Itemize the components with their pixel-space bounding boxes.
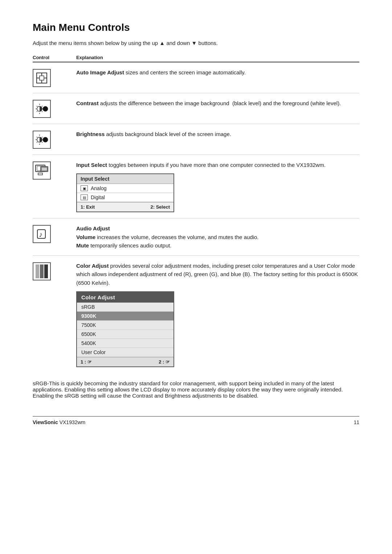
analog-label: Analog bbox=[91, 185, 107, 191]
svg-line-21 bbox=[37, 137, 37, 138]
contrast-icon bbox=[33, 100, 51, 118]
table-row: Input Select toggles between inputs if y… bbox=[33, 155, 359, 218]
input-select-menu-title: Input Select bbox=[77, 174, 173, 184]
table-header: Control Explanation bbox=[33, 55, 359, 62]
svg-line-23 bbox=[37, 142, 37, 143]
analog-icon: ▣ bbox=[81, 185, 88, 191]
color-9300k-row: 9300K bbox=[77, 312, 173, 321]
table-row: Brightness adjusts background black leve… bbox=[33, 124, 359, 155]
color-adjust-right-label: 2 : ☞ bbox=[159, 359, 170, 365]
icon-cell-auto-image bbox=[33, 68, 76, 87]
footer-brand: ViewSonic VX1932wm bbox=[33, 419, 85, 425]
icon-cell-input-select bbox=[33, 161, 76, 180]
auto-image-adjust-icon bbox=[33, 69, 51, 87]
icon-cell-color-adjust bbox=[33, 262, 76, 280]
input-select-digital-row: ▤ Digital bbox=[77, 193, 173, 202]
svg-line-13 bbox=[37, 111, 37, 112]
color-adjust-menu-title: Color Adjust bbox=[77, 292, 173, 303]
color-adjust-menu-footer: 1 : ☞ 2 : ☞ bbox=[77, 357, 173, 366]
digital-label: Digital bbox=[91, 194, 105, 200]
svg-line-24 bbox=[42, 137, 42, 138]
input-select-select-label: 2: Select bbox=[151, 204, 170, 210]
desc-color-adjust: Color Adjust provides several color adju… bbox=[76, 262, 359, 367]
svg-text:♪: ♪ bbox=[39, 230, 42, 238]
svg-rect-28 bbox=[38, 173, 42, 175]
audio-icon: ♪ bbox=[33, 225, 51, 243]
svg-rect-5 bbox=[40, 76, 44, 80]
srgb-description-text: sRGB-This is quickly becoming the indust… bbox=[33, 380, 359, 399]
svg-line-22 bbox=[42, 142, 42, 143]
table-row: Auto Image Adjust sizes and centers the … bbox=[33, 62, 359, 93]
icon-cell-audio: ♪ bbox=[33, 224, 76, 243]
color-adjust-menu: Color Adjust sRGB 9300K 7500K 6500K 5400… bbox=[76, 291, 174, 367]
table-row: Color Adjust provides several color adju… bbox=[33, 256, 359, 373]
color-srgb-row: sRGB bbox=[77, 303, 173, 312]
input-select-exit-label: 1: Exit bbox=[81, 204, 95, 210]
brightness-icon bbox=[33, 131, 51, 149]
icon-cell-brightness bbox=[33, 130, 76, 149]
input-select-menu-footer: 1: Exit 2: Select bbox=[77, 202, 173, 212]
page-title: Main Menu Controls bbox=[33, 22, 359, 33]
page-footer: ViewSonic VX1932wm 11 bbox=[33, 416, 359, 425]
svg-line-11 bbox=[37, 106, 37, 107]
color-adjust-icon bbox=[33, 262, 51, 280]
col-control-header: Control bbox=[33, 55, 76, 60]
table-row: Contrast adjusts the difference between … bbox=[33, 93, 359, 124]
icon-cell-contrast bbox=[33, 99, 76, 118]
input-select-analog-row: ▣ Analog bbox=[77, 184, 173, 193]
color-7500k-row: 7500K bbox=[77, 321, 173, 330]
color-adjust-left-label: 1 : ☞ bbox=[81, 359, 92, 365]
input-select-menu: Input Select ▣ Analog ▤ Digital 1: Exit … bbox=[76, 173, 174, 212]
desc-input-select: Input Select toggles between inputs if y… bbox=[76, 161, 359, 212]
svg-line-12 bbox=[42, 111, 42, 112]
digital-icon: ▤ bbox=[81, 194, 88, 200]
svg-point-15 bbox=[43, 106, 48, 111]
col-explanation-header: Explanation bbox=[76, 55, 103, 60]
desc-contrast: Contrast adjusts the difference between … bbox=[76, 99, 359, 107]
svg-point-25 bbox=[43, 137, 48, 142]
color-usercolor-row: User Color bbox=[77, 348, 173, 357]
desc-brightness: Brightness adjusts background black leve… bbox=[76, 130, 359, 138]
svg-line-14 bbox=[42, 106, 42, 107]
desc-auto-image: Auto Image Adjust sizes and centers the … bbox=[76, 68, 359, 77]
input-select-icon bbox=[33, 161, 51, 180]
color-6500k-row: 6500K bbox=[77, 330, 173, 339]
color-5400k-row: 5400K bbox=[77, 339, 173, 348]
srgb-description-block: sRGB-This is quickly becoming the indust… bbox=[33, 380, 359, 399]
footer-page-number: 11 bbox=[354, 419, 359, 425]
desc-audio: Audio Adjust Volume increases the volume… bbox=[76, 224, 359, 250]
table-row: ♪ Audio Adjust Volume increases the volu… bbox=[33, 218, 359, 256]
intro-text: Adjust the menu items shown below by usi… bbox=[33, 40, 359, 46]
